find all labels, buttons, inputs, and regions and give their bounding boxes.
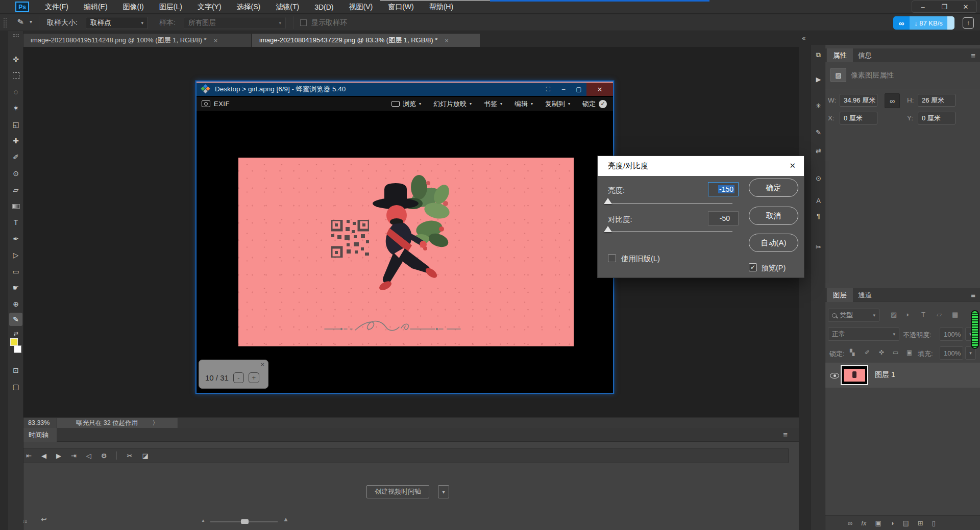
dialog-close-icon[interactable]: ✕ [789, 161, 796, 170]
eyedropper-tool-icon[interactable]: ✎ [16, 17, 24, 27]
use-legacy-checkbox[interactable] [608, 254, 616, 262]
healing-brush-tool[interactable]: ✚ [9, 134, 22, 147]
layer-name[interactable]: 图层 1 [875, 370, 895, 380]
menu-image[interactable]: 图像(I) [123, 3, 144, 12]
close-button[interactable]: ✕ [955, 3, 976, 11]
brightness-slider-track[interactable] [607, 203, 732, 204]
audio-button[interactable]: ◁ [86, 452, 91, 460]
menu-window[interactable]: 窗口(W) [388, 3, 414, 12]
tool-preset-caret-icon[interactable]: ▾ [30, 19, 32, 24]
height-field[interactable]: 26 厘米 [918, 94, 955, 107]
tab-channels[interactable]: 通道 [852, 288, 878, 302]
zoom-level-field[interactable]: 83.33% [23, 418, 57, 428]
layer-row-selected[interactable]: 图层 1 [825, 363, 980, 388]
layer-filter-select[interactable]: 类型 ▾ [828, 309, 879, 322]
status-message[interactable]: 曝光只在 32 位起作用 〉 [57, 418, 178, 428]
screen-mode-button[interactable]: ▢ [9, 380, 22, 393]
panel-icon-clone-source[interactable]: ⊙ [811, 174, 826, 182]
timeline-settings-icon[interactable]: ⚙ [101, 452, 107, 460]
tab-layers[interactable]: 图层 [827, 288, 853, 302]
zoom-out-thumbnails-icon[interactable]: ▲ [201, 518, 205, 523]
menu-view[interactable]: 视图(V) [349, 3, 373, 12]
properties-panel-menu-icon[interactable]: ≡ [971, 51, 975, 60]
sample-size-select[interactable]: 取样点 ▾ [86, 17, 148, 29]
filter-adjustment-layers-icon[interactable]: ◑ [905, 311, 909, 318]
path-select-tool[interactable]: ▷ [9, 248, 22, 262]
layer-visibility-eye-icon[interactable] [830, 373, 839, 378]
blend-mode-select[interactable]: 正常 ▾ [828, 327, 899, 341]
options-grip[interactable] [4, 18, 7, 28]
menu-type[interactable]: 文字(Y) [198, 3, 222, 12]
zoom-in-thumbnails-icon[interactable]: ▲ [283, 516, 289, 523]
first-frame-button[interactable]: ⇤ [26, 452, 32, 460]
split-clip-icon[interactable]: ✂ [127, 452, 132, 460]
panel-icon-paragraph[interactable]: ¶ [811, 212, 826, 220]
lock-position-icon[interactable]: ✜ [879, 349, 884, 356]
panel-icon-character[interactable]: A [811, 197, 826, 205]
toolbar-grip[interactable] [13, 34, 19, 37]
menu-3d[interactable]: 3D(D) [314, 3, 333, 11]
timeline-tab[interactable]: 时间轴 [20, 428, 57, 442]
dialog-titlebar[interactable]: 亮度/对比度 [598, 156, 804, 176]
marquee-tool[interactable] [9, 69, 22, 82]
play-button[interactable]: ▶ [56, 452, 61, 460]
eraser-tool[interactable]: ▱ [9, 183, 22, 196]
adjustment-layer-icon[interactable]: ◑ [890, 519, 894, 527]
brightness-slider-thumb[interactable] [604, 198, 612, 204]
menu-filter[interactable]: 滤镜(T) [276, 3, 299, 12]
tab-close-icon[interactable]: × [214, 37, 218, 44]
minimize-button[interactable]: – [912, 3, 934, 11]
gradient-tool[interactable] [9, 199, 22, 213]
transition-icon[interactable]: ◪ [142, 452, 148, 460]
y-field[interactable]: 0 厘米 [918, 112, 955, 124]
photoshop-logo-icon[interactable]: Ps [15, 2, 29, 12]
menu-layer[interactable]: 图层(L) [159, 3, 182, 12]
fill-field[interactable]: 100% [940, 346, 963, 360]
panel-icon-styles[interactable]: ✎ [811, 129, 826, 136]
menu-help[interactable]: 帮助(H) [429, 3, 453, 12]
delete-layer-icon[interactable]: ▯ [932, 519, 936, 527]
ok-button[interactable]: 确定 [749, 179, 798, 197]
zoom-tool[interactable]: ⊕ [9, 297, 22, 311]
brightness-input[interactable]: -150 [708, 182, 739, 196]
loop-playback-icon[interactable]: ↩ [41, 515, 47, 523]
eyedropper-tool-active[interactable]: ✎ [9, 313, 22, 326]
timeline-zoom-slider-thumb[interactable] [241, 519, 249, 524]
link-layers-icon[interactable]: ∞ [848, 519, 852, 527]
opacity-field[interactable]: 100% [940, 327, 963, 341]
panel-icon-actions[interactable]: ▶ [811, 75, 826, 83]
menu-select[interactable]: 选择(S) [237, 3, 261, 12]
move-tool[interactable]: ✜ [9, 53, 22, 66]
restore-button[interactable]: ❐ [934, 3, 955, 11]
background-color-swatch[interactable] [14, 345, 21, 353]
link-dimensions-icon[interactable]: ∞ [885, 93, 900, 108]
filter-pixel-layers-icon[interactable]: ▨ [891, 311, 897, 318]
document-tab-2-active[interactable]: image-20210804195437229.png @ 83.3% (图层 … [252, 34, 480, 47]
contrast-slider-thumb[interactable] [604, 226, 612, 232]
magic-wand-tool[interactable]: ✶ [9, 102, 22, 115]
cancel-button[interactable]: 取消 [749, 207, 798, 225]
previous-frame-button[interactable]: ◀ [41, 452, 46, 460]
share-icon[interactable]: ↑ [963, 17, 974, 29]
panel-icon-swap[interactable]: ⇄ [811, 147, 826, 155]
layer-thumbnail[interactable] [841, 365, 868, 385]
panel-icon-adjustments[interactable]: ✳ [811, 102, 826, 110]
timeline-menu-icon[interactable]: ≡ [783, 430, 788, 439]
pen-tool[interactable]: ✒ [9, 232, 22, 245]
collapse-panels-icon[interactable]: « [802, 34, 805, 42]
brush-tool[interactable]: ✐ [9, 150, 22, 164]
preview-checkbox-checked[interactable]: ✓ [749, 263, 757, 271]
shape-tool[interactable]: ▭ [9, 265, 22, 278]
tab-properties[interactable]: 属性 [827, 48, 853, 62]
lock-transparent-pixels-icon[interactable]: ▚ [850, 349, 854, 356]
tab-close-icon[interactable]: × [445, 37, 449, 44]
foreground-color-swatch[interactable] [10, 338, 18, 346]
contrast-slider-track[interactable] [607, 231, 732, 232]
lock-image-pixels-icon[interactable]: ✐ [865, 349, 870, 356]
auto-button[interactable]: 自动(A) [749, 234, 798, 252]
filter-type-layers-icon[interactable]: T [921, 311, 925, 318]
width-field[interactable]: 34.96 厘米 [840, 94, 877, 107]
hand-tool[interactable]: ☛ [9, 281, 22, 294]
add-layer-mask-icon[interactable]: ▣ [875, 519, 881, 527]
create-video-timeline-button[interactable]: 创建视频时间轴 [366, 485, 429, 498]
